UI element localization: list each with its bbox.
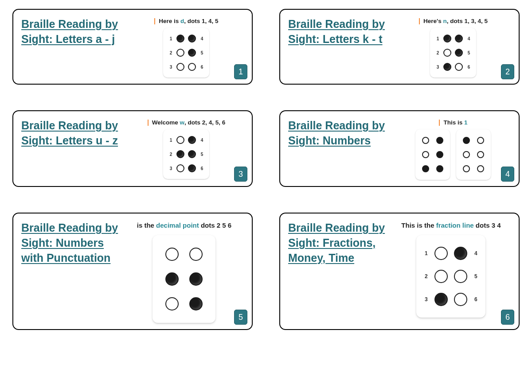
braille-dot-1 (165, 248, 179, 261)
braille-dot-3 (434, 293, 448, 306)
braille-dot-6 (188, 164, 196, 172)
braille-dot-6 (436, 165, 443, 172)
braille-dot-6 (189, 297, 203, 310)
braille-dot-3 (443, 63, 451, 71)
card-grid: Braille Reading by Sight: Letters a - j … (12, 9, 520, 330)
lesson-card: Braille Reading by Sight: Fractions, Mon… (279, 213, 520, 330)
lesson-title-link[interactable]: Braille Reading by Sight: Letters u - z (21, 119, 118, 147)
caption-text: This is the fraction line dots 3 4 (401, 221, 501, 229)
lesson-title-link[interactable]: Braille Reading by Sight: Numbers with P… (21, 221, 118, 264)
preview-caption: is the decimal point dots 2 5 6 (137, 221, 231, 229)
lesson-preview: This is the fraction line dots 3 4 14 25… (391, 220, 511, 318)
preview-caption: This is the fraction line dots 3 4 (401, 221, 501, 229)
braille-dot-6 (455, 63, 463, 71)
braille-dot-5 (455, 49, 463, 57)
braille-dot-6 (188, 63, 196, 71)
preview-caption: Here is d, dots 1, 4, 5 (154, 18, 218, 24)
braille-cell: 14 25 36 (163, 28, 209, 78)
braille-dot-1 (176, 35, 184, 43)
order-badge: 3 (234, 167, 247, 182)
lesson-card: Braille Reading by Sight: Letters u - z … (12, 110, 253, 187)
lesson-card: Braille Reading by Sight: Numbers This i… (279, 110, 520, 187)
braille-dot-4 (477, 137, 484, 144)
braille-cell (415, 129, 450, 180)
braille-dot-2 (443, 49, 451, 57)
braille-dot-5 (436, 151, 443, 158)
braille-cell (456, 129, 491, 180)
lesson-preview: Here is d, dots 1, 4, 5 14 25 36 (129, 16, 244, 78)
lesson-title-link[interactable]: Braille Reading by Sight: Fractions, Mon… (288, 221, 385, 264)
caption-text: This is 1 (443, 119, 467, 126)
lesson-preview: Welcome w, dots 2, 4, 5, 6 14 25 36 (129, 117, 244, 179)
preview-caption: Here's n, dots 1, 3, 4, 5 (419, 18, 488, 24)
braille-dot-1 (434, 247, 448, 260)
braille-dot-2 (422, 151, 429, 158)
braille-dot-5 (188, 49, 196, 57)
order-badge: 5 (234, 310, 247, 325)
lesson-preview: This is 1 (396, 117, 511, 180)
braille-dot-1 (443, 35, 451, 43)
braille-dot-4 (188, 35, 196, 43)
order-badge: 2 (501, 64, 514, 79)
braille-dot-6 (477, 165, 484, 172)
caption-text: Here is d, dots 1, 4, 5 (159, 18, 218, 24)
braille-dot-5 (454, 270, 467, 283)
caption-text: Welcome w, dots 2, 4, 5, 6 (152, 119, 226, 126)
braille-dot-2 (165, 272, 179, 286)
braille-dot-1 (176, 136, 184, 144)
lesson-card: Braille Reading by Sight: Numbers with P… (12, 213, 253, 330)
braille-dot-5 (188, 150, 196, 158)
braille-dot-4 (436, 137, 443, 144)
lesson-title-link[interactable]: Braille Reading by Sight: Letters a - j (21, 18, 118, 45)
lesson-preview: Here's n, dots 1, 3, 4, 5 14 25 36 (396, 16, 511, 78)
braille-dot-3 (165, 297, 179, 310)
order-badge: 6 (501, 310, 514, 325)
braille-dot-1 (463, 137, 470, 144)
preview-caption: Welcome w, dots 2, 4, 5, 6 (148, 119, 226, 126)
lesson-card: Braille Reading by Sight: Letters k - t … (279, 9, 520, 85)
order-badge: 1 (234, 64, 247, 79)
braille-dot-4 (455, 35, 463, 43)
braille-dot-2 (176, 150, 184, 158)
braille-dot-5 (189, 272, 203, 286)
lesson-title-link[interactable]: Braille Reading by Sight: Letters k - t (288, 18, 385, 45)
caption-text: Here's n, dots 1, 3, 4, 5 (423, 18, 488, 24)
braille-cell: 14 25 36 (163, 129, 209, 179)
lesson-card: Braille Reading by Sight: Letters a - j … (12, 9, 253, 85)
lesson-preview: is the decimal point dots 2 5 6 (125, 220, 244, 323)
braille-dot-4 (454, 247, 467, 260)
braille-dot-5 (477, 151, 484, 158)
order-badge: 4 (501, 167, 514, 182)
braille-dot-4 (188, 136, 196, 144)
braille-cell (153, 235, 215, 323)
braille-dot-3 (463, 165, 470, 172)
braille-dot-3 (176, 164, 184, 172)
braille-dot-3 (176, 63, 184, 71)
braille-dot-2 (176, 49, 184, 57)
braille-dot-1 (422, 137, 429, 144)
braille-cell: 14 25 36 (416, 235, 485, 318)
braille-dot-2 (434, 270, 448, 283)
braille-cell-pair (415, 129, 491, 180)
braille-dot-4 (189, 248, 203, 261)
preview-caption: This is 1 (439, 119, 467, 126)
braille-cell: 14 25 36 (430, 28, 476, 78)
caption-text: is the decimal point dots 2 5 6 (137, 221, 231, 229)
lesson-title-link[interactable]: Braille Reading by Sight: Numbers (288, 119, 385, 147)
braille-dot-2 (463, 151, 470, 158)
braille-dot-6 (454, 293, 467, 306)
braille-dot-3 (422, 165, 429, 172)
